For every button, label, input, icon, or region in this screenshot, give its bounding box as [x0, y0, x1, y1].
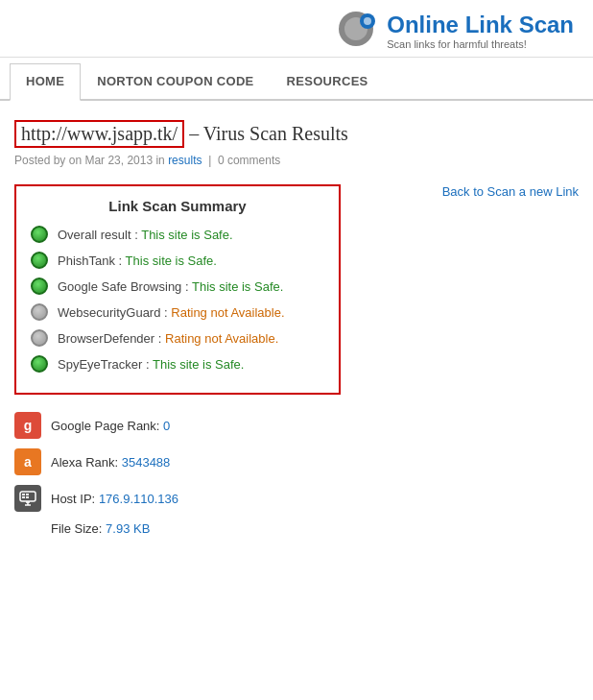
summary-row-4: BrowserDefender : Rating not Available.: [31, 329, 324, 347]
post-meta: Posted by on Mar 23, 2013 in results | 0…: [14, 154, 579, 167]
label-1: PhishTank :: [58, 253, 122, 268]
nav-item-home[interactable]: HOME: [10, 63, 81, 101]
summary-title: Link Scan Summary: [31, 198, 324, 214]
nav-item-resources[interactable]: RESOURCES: [271, 63, 385, 99]
google-rank-label: Google Page Rank:: [51, 419, 159, 433]
info-section: g Google Page Rank: 0 a Alexa Rank: 3543…: [14, 412, 579, 536]
host-ip-row: Host IP: 176.9.110.136: [14, 485, 579, 512]
status-5: This site is Safe.: [153, 357, 244, 372]
status-0: This site is Safe.: [141, 228, 232, 242]
logo-area: Online Link Scan Scan links for harmful …: [0, 10, 574, 52]
page-title: http://www.jsapp.tk/ – Virus Scan Result…: [14, 120, 579, 148]
summary-row-1: PhishTank : This site is Safe.: [31, 252, 324, 269]
google-icon: g: [14, 412, 41, 439]
nav: HOME NORTON COUPON CODE RESOURCES: [0, 63, 593, 101]
post-meta-text: Posted by on Mar 23, 2013 in: [14, 154, 165, 167]
summary-row-5: SpyEyeTracker : This site is Safe.: [31, 355, 324, 373]
svg-point-3: [364, 17, 371, 25]
logo-title: Online Link Scan: [387, 12, 574, 38]
right-col: Back to Scan a new Link: [360, 184, 579, 218]
logo-text-area: Online Link Scan Scan links for harmful …: [387, 12, 574, 50]
svg-rect-5: [22, 494, 25, 495]
google-rank-value: 0: [163, 419, 170, 433]
two-col-layout: Link Scan Summary Overall result : This …: [14, 184, 579, 395]
status-2: This site is Safe.: [192, 279, 283, 294]
logo-plain: Online: [387, 12, 464, 37]
summary-text-4: BrowserDefender : Rating not Available.: [58, 331, 278, 346]
filesize-value: 7.93 KB: [106, 521, 150, 536]
summary-text-1: PhishTank : This site is Safe.: [58, 253, 217, 268]
alexa-rank-label: Alexa Rank:: [51, 455, 118, 470]
title-suffix: – Virus Scan Results: [189, 123, 348, 144]
dot-spyeye: [31, 355, 48, 373]
label-4: BrowserDefender :: [58, 331, 161, 346]
post-meta-results-link[interactable]: results: [168, 154, 202, 167]
svg-rect-8: [26, 496, 29, 498]
summary-box: Link Scan Summary Overall result : This …: [14, 184, 341, 395]
google-rank-row: g Google Page Rank: 0: [14, 412, 579, 439]
host-icon: [14, 485, 41, 512]
label-5: SpyEyeTracker :: [58, 357, 150, 372]
status-4: Rating not Available.: [165, 331, 278, 346]
host-ip-value: 176.9.110.136: [99, 492, 178, 506]
dot-browserdefender: [31, 329, 48, 347]
logo-tagline: Scan links for harmful threats!: [387, 38, 527, 50]
google-rank-text: Google Page Rank: 0: [51, 419, 170, 433]
logo-accent: Link Scan: [465, 12, 574, 37]
status-3: Rating not Available.: [171, 305, 284, 320]
dot-websecurity: [31, 303, 48, 321]
content: http://www.jsapp.tk/ – Virus Scan Result…: [0, 101, 593, 550]
back-to-scan-link[interactable]: Back to Scan a new Link: [360, 184, 579, 199]
summary-row-2: Google Safe Browsing : This site is Safe…: [31, 278, 324, 295]
summary-row-3: WebsecurityGuard : Rating not Available.: [31, 303, 324, 321]
alexa-rank-text: Alexa Rank: 3543488: [51, 455, 170, 470]
host-ip-label: Host IP:: [51, 492, 95, 506]
summary-text-0: Overall result : This site is Safe.: [58, 228, 233, 242]
dot-overall: [31, 226, 48, 243]
summary-text-2: Google Safe Browsing : This site is Safe…: [58, 279, 283, 294]
status-1: This site is Safe.: [126, 253, 217, 268]
logo-icon: [337, 10, 379, 52]
nav-item-norton[interactable]: NORTON COUPON CODE: [81, 63, 270, 99]
filesize-label: File Size:: [51, 521, 102, 536]
label-0: Overall result :: [58, 228, 138, 242]
file-size-row: File Size: 7.93 KB: [51, 521, 579, 536]
summary-row-0: Overall result : This site is Safe.: [31, 226, 324, 243]
summary-text-5: SpyEyeTracker : This site is Safe.: [58, 357, 244, 372]
label-3: WebsecurityGuard :: [58, 305, 168, 320]
svg-rect-7: [26, 494, 29, 495]
header: Online Link Scan Scan links for harmful …: [0, 0, 593, 58]
alexa-icon: a: [14, 448, 41, 475]
scanned-url: http://www.jsapp.tk/: [14, 120, 184, 148]
alexa-rank-value: 3543488: [122, 455, 171, 470]
host-ip-text: Host IP: 176.9.110.136: [51, 492, 178, 506]
dot-phishtank: [31, 252, 48, 269]
svg-rect-6: [22, 496, 25, 498]
label-2: Google Safe Browsing :: [58, 279, 189, 294]
summary-text-3: WebsecurityGuard : Rating not Available.: [58, 305, 285, 320]
alexa-rank-row: a Alexa Rank: 3543488: [14, 448, 579, 475]
post-meta-comments: 0 comments: [218, 154, 280, 167]
dot-google-safe: [31, 278, 48, 295]
